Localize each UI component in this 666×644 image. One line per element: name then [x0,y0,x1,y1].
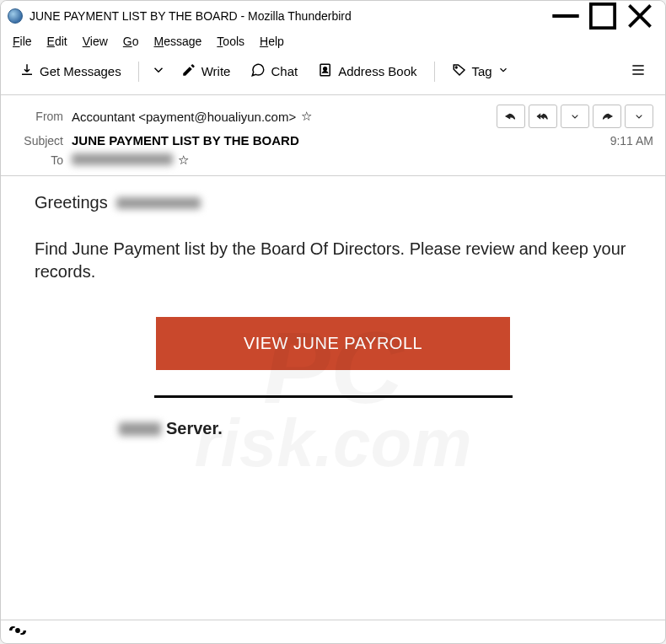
reply-button[interactable] [497,105,525,128]
maximize-button[interactable] [584,3,621,29]
menu-file[interactable]: File [13,35,32,48]
header-to-row: To ☆ [13,150,653,170]
reply-dropdown[interactable] [561,105,589,128]
close-button[interactable] [621,3,658,29]
forward-button[interactable] [593,105,621,128]
minimize-button[interactable] [547,3,584,29]
header-from-row: From Accountant <payment@houaliyun.com> … [13,102,653,131]
window-title: JUNE PAYMENT LIST BY THE BOARD - Mozilla… [30,9,547,23]
chat-icon [250,62,266,80]
from-label: From [13,110,63,123]
statusbar [1,620,665,643]
write-label: Write [201,64,231,78]
menu-tools[interactable]: Tools [217,35,244,48]
star-icon[interactable]: ☆ [178,153,189,168]
get-messages-label: Get Messages [40,64,121,78]
tag-icon [452,62,467,80]
svg-point-5 [324,67,327,71]
window-controls [547,3,658,29]
app-icon [8,8,23,24]
subject-label: Subject [13,134,63,148]
from-value: Accountant <payment@houaliyun.com> [72,110,296,124]
pencil-icon [181,62,196,80]
address-book-icon [318,62,333,80]
menubar: File Edit View Go Message Tools Help [1,31,665,53]
tag-label: Tag [472,64,492,78]
menu-message[interactable]: Message [154,35,202,48]
separator [138,62,139,82]
body-main-text: Find June Payment list by the Board Of D… [35,238,631,283]
tag-button[interactable]: Tag [443,57,518,85]
greeting-prefix: Greetings [35,193,108,212]
message-actions [497,105,653,128]
signature-suffix: Server. [166,419,223,438]
get-messages-button[interactable]: Get Messages [11,57,130,85]
svg-point-6 [455,67,457,68]
download-icon [19,62,35,80]
chevron-down-icon [151,62,166,80]
chat-button[interactable]: Chat [242,57,306,85]
address-book-label: Address Book [338,64,416,78]
menu-help[interactable]: Help [260,35,284,48]
subject-value: JUNE PAYMENT LIST BY THE BOARD [72,133,299,148]
signature-prefix-blurred [119,422,161,436]
chevron-down-icon [497,64,509,78]
hamburger-icon [630,62,647,81]
view-payroll-button[interactable]: VIEW JUNE PAYROLL [156,317,510,370]
to-label: To [13,153,63,167]
greeting-line: Greetings [35,193,631,212]
signature-line: Server. [119,419,631,438]
write-button[interactable]: Write [173,57,239,85]
app-window: JUNE PAYMENT LIST BY THE BOARD - Mozilla… [0,0,666,644]
reply-all-button[interactable] [529,105,557,128]
toolbar: Get Messages Write Chat Address Book [1,53,665,95]
get-messages-dropdown[interactable] [148,57,169,85]
activity-icon [9,624,26,641]
star-icon[interactable]: ☆ [301,109,312,124]
separator [434,62,435,82]
menu-view[interactable]: View [83,35,108,48]
greeting-recipient-blurred [116,197,201,209]
menu-edit[interactable]: Edit [47,35,67,48]
app-menu-button[interactable] [621,56,655,86]
header-subject-row: Subject JUNE PAYMENT LIST BY THE BOARD 9… [13,131,653,150]
svg-point-10 [16,628,19,631]
divider [154,395,513,398]
titlebar: JUNE PAYMENT LIST BY THE BOARD - Mozilla… [1,1,665,31]
to-value [72,153,173,168]
more-actions-dropdown[interactable] [625,105,653,128]
message-headers: From Accountant <payment@houaliyun.com> … [1,95,665,176]
chat-label: Chat [271,64,298,78]
message-body: PC risk.com Greetings Find June Payment … [1,176,665,620]
message-time: 9:11 AM [610,134,653,148]
svg-rect-1 [591,4,615,28]
address-book-button[interactable]: Address Book [309,57,425,85]
menu-go[interactable]: Go [123,35,139,48]
